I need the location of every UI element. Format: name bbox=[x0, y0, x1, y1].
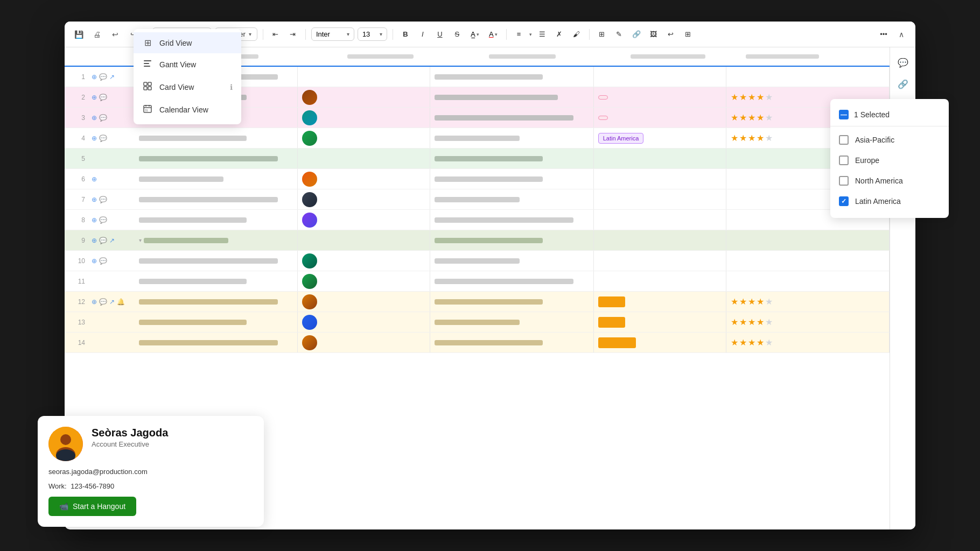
filter-item-north-america[interactable]: North America bbox=[830, 171, 949, 191]
row-actions: ⊕ 💬 ↗ bbox=[92, 73, 135, 81]
row-actions: ⊕ 💬 bbox=[92, 114, 135, 122]
star-2: ★ bbox=[739, 92, 747, 102]
star-3: ★ bbox=[748, 337, 755, 348]
strikethrough-btn[interactable]: S bbox=[450, 27, 464, 41]
row-comment-icon[interactable]: 💬 bbox=[99, 298, 107, 306]
row-comment-icon[interactable]: 💬 bbox=[99, 114, 107, 122]
row-comment-icon[interactable]: 💬 bbox=[99, 257, 107, 265]
europe-checkbox[interactable] bbox=[839, 156, 849, 165]
star-rating: ★ ★ ★ ★ ★ bbox=[731, 92, 773, 102]
cell-text-8 bbox=[135, 210, 298, 230]
row-comment-icon[interactable]: 💬 bbox=[99, 237, 107, 244]
cell-avatar-14 bbox=[298, 333, 430, 352]
star-3: ★ bbox=[748, 92, 755, 102]
star-2: ★ bbox=[739, 337, 747, 348]
row-comment-icon[interactable]: 💬 bbox=[99, 73, 107, 81]
contact-card: Seòras Jagoda Account Executive seoras.j… bbox=[38, 416, 264, 527]
font-chevron: ▾ bbox=[347, 31, 349, 37]
row-link-icon[interactable]: ⊕ bbox=[92, 94, 97, 101]
table-row: 8 ⊕ 💬 bbox=[65, 210, 890, 230]
row-expand-icon[interactable]: ↗ bbox=[109, 73, 115, 81]
filter-item-asia[interactable]: Asia-Pacific bbox=[830, 130, 949, 150]
size-chevron: ▾ bbox=[380, 31, 382, 37]
cell-rating-1 bbox=[726, 67, 890, 87]
row-link-icon[interactable]: ⊕ bbox=[92, 298, 97, 306]
clear-btn[interactable]: ✗ bbox=[552, 27, 566, 41]
filter-item-latin-america[interactable]: Latin America bbox=[830, 191, 949, 211]
bold-btn[interactable]: B bbox=[398, 27, 412, 41]
latin-america-checkbox[interactable] bbox=[839, 196, 849, 206]
row-comment-icon[interactable]: 💬 bbox=[99, 196, 107, 203]
filter-item-europe[interactable]: Europe bbox=[830, 150, 949, 171]
view-option-calendar[interactable]: 31 Calendar View bbox=[134, 98, 241, 121]
link-btn[interactable]: 🔗 bbox=[629, 27, 643, 41]
star-1: ★ bbox=[731, 92, 738, 102]
svg-rect-4 bbox=[148, 82, 151, 86]
row-comment-icon[interactable]: 💬 bbox=[99, 94, 107, 101]
underline-btn[interactable]: U bbox=[433, 27, 447, 41]
row-link-icon[interactable]: ⊕ bbox=[92, 114, 97, 122]
star-1: ★ bbox=[731, 133, 738, 143]
cell-tag-7 bbox=[594, 189, 726, 209]
highlight2-btn[interactable]: ✎ bbox=[612, 27, 626, 41]
outdent-btn[interactable]: ⇥ bbox=[286, 27, 300, 41]
row-notify-icon[interactable]: 🔔 bbox=[117, 298, 125, 306]
view-option-card[interactable]: Card View ℹ bbox=[134, 76, 241, 98]
start-hangout-button[interactable]: 📹 Start a Hangout bbox=[48, 497, 136, 516]
more-btn[interactable]: ••• bbox=[877, 27, 891, 41]
row-comment-icon[interactable]: 💬 bbox=[99, 216, 107, 224]
indent-btn[interactable]: ⇤ bbox=[269, 27, 283, 41]
table-row: 12 ⊕ 💬 ↗ 🔔 bbox=[65, 292, 890, 312]
highlight-color-btn[interactable]: A̲ ▾ bbox=[467, 28, 482, 40]
asia-pacific-checkbox[interactable] bbox=[839, 135, 849, 145]
view-option-grid[interactable]: ⊞ Grid View bbox=[134, 32, 241, 53]
italic-btn[interactable]: I bbox=[416, 27, 430, 41]
north-america-label: North America bbox=[855, 176, 903, 185]
sidebar-links-btn[interactable]: 🔗 bbox=[894, 75, 912, 93]
cell-text-7 bbox=[135, 189, 298, 209]
paint-btn[interactable]: 🖌 bbox=[570, 27, 584, 41]
wrap-btn[interactable]: ↩ bbox=[664, 27, 678, 41]
view-option-gantt[interactable]: Gantt View bbox=[134, 53, 241, 76]
row-number: 12 bbox=[65, 298, 92, 306]
font-size-selector[interactable]: 13 ▾ bbox=[358, 27, 387, 41]
row-link-icon[interactable]: ⊕ bbox=[92, 257, 97, 265]
image-btn[interactable]: 🖼 bbox=[647, 27, 661, 41]
row-number: 9 bbox=[65, 237, 92, 244]
text-color-btn[interactable]: A ▾ bbox=[486, 28, 501, 40]
row-comment-icon[interactable]: 💬 bbox=[99, 135, 107, 142]
table-btn[interactable]: ⊞ bbox=[595, 27, 609, 41]
row-link-icon[interactable]: ⊕ bbox=[92, 196, 97, 203]
row-link-icon[interactable]: ⊕ bbox=[92, 135, 97, 142]
cell-data-10 bbox=[430, 251, 593, 271]
print-btn[interactable]: 🖨 bbox=[89, 27, 104, 42]
north-america-checkbox[interactable] bbox=[839, 176, 849, 186]
cell-data-3 bbox=[430, 108, 593, 128]
cell-avatar-10 bbox=[298, 251, 430, 271]
star-3: ★ bbox=[748, 112, 755, 123]
row-number: 7 bbox=[65, 196, 92, 203]
row-link-icon[interactable]: ⊕ bbox=[92, 175, 97, 183]
sidebar-comments-btn[interactable]: 💬 bbox=[894, 54, 912, 71]
table-row: 4 ⊕ 💬 Latin America ★ bbox=[65, 128, 890, 149]
font-selector[interactable]: Inter ▾ bbox=[311, 27, 354, 41]
row-link-icon[interactable]: ⊕ bbox=[92, 73, 97, 81]
svg-rect-5 bbox=[144, 87, 147, 90]
undo-btn[interactable]: ↩ bbox=[108, 27, 123, 42]
selected-badge bbox=[839, 110, 849, 119]
formula-btn[interactable]: ⊞ bbox=[681, 27, 695, 41]
save-btn[interactable]: 💾 bbox=[71, 27, 86, 42]
row-expand-icon[interactable]: ↗ bbox=[109, 237, 115, 244]
collapse-btn[interactable]: ∧ bbox=[894, 27, 909, 42]
cell-avatar-5 bbox=[298, 149, 430, 168]
row-expand-icon[interactable]: ↗ bbox=[109, 298, 115, 306]
cell-tag-10 bbox=[594, 251, 726, 271]
list-btn[interactable]: ☰ bbox=[535, 27, 549, 41]
star-5: ★ bbox=[765, 296, 773, 307]
cell-data-5 bbox=[430, 149, 593, 168]
row-number: 5 bbox=[65, 155, 92, 163]
svg-rect-3 bbox=[144, 82, 147, 86]
align-btn[interactable]: ≡ bbox=[512, 27, 526, 41]
row-link-icon[interactable]: ⊕ bbox=[92, 237, 97, 244]
row-link-icon[interactable]: ⊕ bbox=[92, 216, 97, 224]
